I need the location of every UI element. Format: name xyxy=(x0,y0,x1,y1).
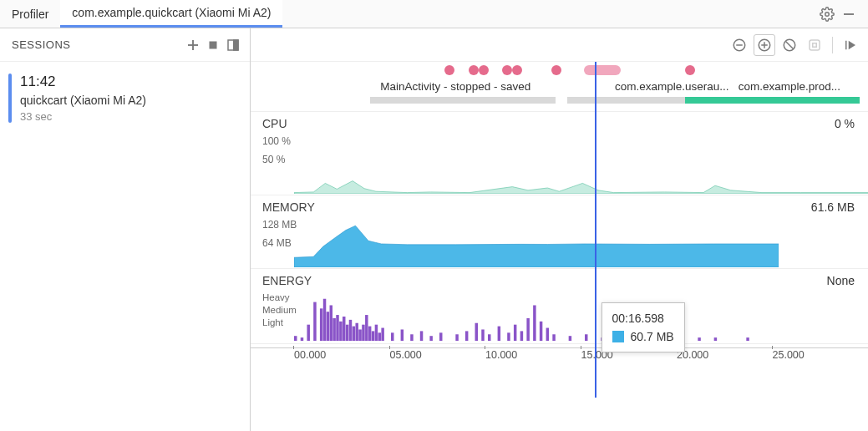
reset-zoom-icon[interactable] xyxy=(779,34,800,56)
svg-rect-22 xyxy=(320,308,322,341)
memory-lane[interactable]: MEMORY61.6 MB 128 MB64 MB xyxy=(251,195,868,269)
svg-rect-74 xyxy=(746,337,749,341)
tooltip-val: 60.7 MB xyxy=(631,330,674,343)
svg-rect-24 xyxy=(327,312,329,341)
tooltip-swatch xyxy=(612,331,624,342)
svg-rect-25 xyxy=(330,305,332,341)
svg-rect-27 xyxy=(336,315,338,341)
svg-line-13 xyxy=(786,41,794,48)
svg-rect-16 xyxy=(845,40,847,49)
settings-icon[interactable] xyxy=(816,3,838,25)
svg-rect-36 xyxy=(365,315,368,341)
cpu-title: CPU xyxy=(262,117,287,130)
energy-title: ENERGY xyxy=(262,274,312,287)
svg-rect-44 xyxy=(410,334,413,341)
svg-rect-45 xyxy=(420,331,423,341)
svg-rect-20 xyxy=(307,325,309,341)
svg-rect-43 xyxy=(401,329,404,341)
svg-rect-31 xyxy=(349,320,352,341)
svg-rect-38 xyxy=(372,331,374,341)
svg-rect-49 xyxy=(465,331,468,341)
energy-value: None xyxy=(827,274,855,287)
svg-rect-61 xyxy=(552,334,555,341)
svg-rect-35 xyxy=(362,325,364,341)
svg-rect-41 xyxy=(381,328,383,341)
add-session-icon[interactable] xyxy=(183,35,203,55)
energy-lane[interactable]: ENERGYNone HeavyMediumLight xyxy=(251,269,868,344)
scrub-line[interactable] xyxy=(595,62,596,398)
tooltip-time: 00:16.598 xyxy=(612,312,674,325)
cpu-value: 0 % xyxy=(835,117,855,130)
svg-rect-29 xyxy=(343,317,345,341)
svg-rect-19 xyxy=(301,337,303,341)
svg-rect-72 xyxy=(698,337,700,341)
zoom-out-icon[interactable] xyxy=(728,34,750,56)
svg-rect-54 xyxy=(507,332,510,341)
svg-rect-14 xyxy=(810,40,820,50)
svg-rect-18 xyxy=(294,336,297,341)
memory-value: 61.6 MB xyxy=(811,200,855,214)
session-duration: 33 sec xyxy=(20,110,146,123)
session-name: quickcart (Xiaomi Mi A2) xyxy=(20,94,146,107)
svg-rect-48 xyxy=(455,334,458,341)
svg-rect-47 xyxy=(439,332,442,341)
tab-profiler[interactable]: Profiler xyxy=(0,0,60,28)
svg-rect-6 xyxy=(234,40,238,50)
minimize-icon[interactable] xyxy=(838,3,860,25)
svg-rect-62 xyxy=(569,336,571,341)
svg-rect-52 xyxy=(488,334,490,341)
svg-rect-50 xyxy=(475,323,478,341)
time-axis: 00.00005.00010.00015.00020.00025.000 xyxy=(251,344,868,378)
svg-rect-73 xyxy=(714,337,717,341)
zoom-selection-icon xyxy=(804,34,825,56)
session-row[interactable]: 11:42 quickcart (Xiaomi Mi A2) 33 sec xyxy=(0,62,250,131)
svg-rect-60 xyxy=(546,328,549,341)
panel-layout-icon[interactable] xyxy=(223,35,243,55)
svg-rect-51 xyxy=(481,329,484,341)
activity-label: MainActivity - stopped - saved xyxy=(380,80,530,93)
svg-rect-26 xyxy=(332,318,335,341)
svg-marker-17 xyxy=(849,40,855,49)
activity-label: com.example.prod... xyxy=(739,80,840,93)
svg-rect-58 xyxy=(533,305,536,341)
svg-rect-55 xyxy=(514,325,516,341)
tooltip: 00:16.598 60.7 MB xyxy=(602,302,685,352)
svg-rect-63 xyxy=(585,334,587,341)
svg-rect-57 xyxy=(526,318,529,341)
cpu-lane[interactable]: CPU0 % 100 %50 % xyxy=(251,112,868,195)
svg-rect-15 xyxy=(813,43,817,47)
session-time: 11:42 xyxy=(20,74,146,90)
svg-rect-23 xyxy=(323,299,326,341)
svg-rect-59 xyxy=(540,322,542,341)
svg-rect-39 xyxy=(375,325,378,341)
svg-rect-4 xyxy=(210,41,217,48)
sessions-panel: SESSIONS 11:42 quickcart (Xiaomi Mi A2) … xyxy=(0,28,251,431)
svg-rect-32 xyxy=(353,327,355,341)
memory-title: MEMORY xyxy=(262,200,315,214)
svg-point-0 xyxy=(825,12,830,16)
svg-rect-30 xyxy=(346,325,348,341)
svg-rect-33 xyxy=(355,323,358,341)
tab-process[interactable]: com.example.quickcart (Xiaomi Mi A2) xyxy=(60,0,282,28)
sessions-title: SESSIONS xyxy=(12,38,70,51)
svg-rect-56 xyxy=(520,331,523,341)
go-live-icon[interactable] xyxy=(840,34,861,56)
svg-rect-21 xyxy=(313,302,316,341)
svg-rect-46 xyxy=(429,336,432,341)
main-area: MainActivity - stopped - saved com.examp… xyxy=(251,28,868,431)
zoom-in-icon[interactable] xyxy=(754,34,775,56)
svg-rect-28 xyxy=(339,322,342,341)
activity-label: com.example.userau... xyxy=(615,80,729,93)
svg-rect-53 xyxy=(498,327,500,341)
svg-rect-37 xyxy=(368,327,371,341)
activity-lane[interactable]: MainActivity - stopped - saved com.examp… xyxy=(251,62,868,112)
stop-session-icon[interactable] xyxy=(203,35,223,55)
svg-rect-34 xyxy=(358,329,361,341)
svg-rect-42 xyxy=(391,332,393,341)
topbar: Profiler com.example.quickcart (Xiaomi M… xyxy=(0,0,868,28)
svg-rect-40 xyxy=(378,332,381,341)
